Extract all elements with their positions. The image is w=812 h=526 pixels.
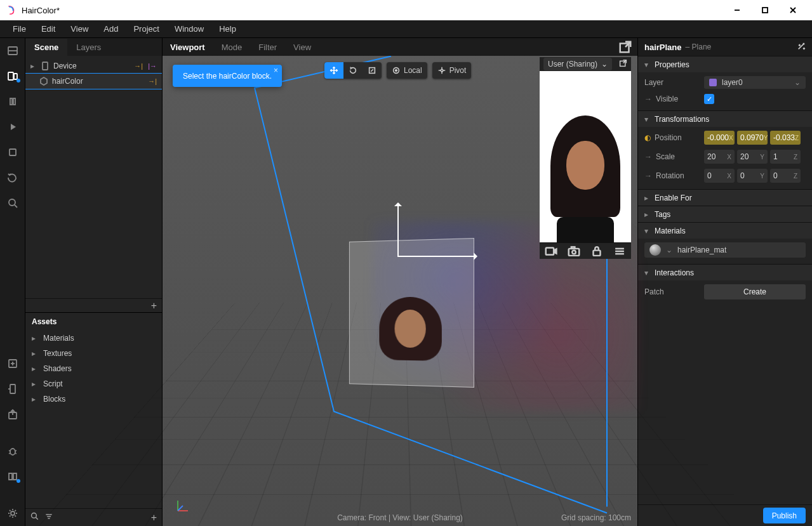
minimize-button[interactable] xyxy=(723,1,751,20)
section-transformations[interactable]: ▾Transformations xyxy=(638,110,812,127)
tab-scene[interactable]: Scene xyxy=(25,39,67,56)
preview-lock-icon[interactable] xyxy=(590,244,604,258)
section-title: Transformations xyxy=(655,115,709,124)
patch-label: Patch xyxy=(644,287,699,296)
tab-layers[interactable]: Layers xyxy=(67,39,110,56)
rail-refresh-icon[interactable] xyxy=(3,168,23,188)
row-action-icon[interactable]: |→ xyxy=(148,62,157,70)
status-grid-text: Grid spacing: 100cm xyxy=(561,513,631,522)
scale-z-input[interactable]: 1Z xyxy=(770,150,801,164)
rail-add-icon[interactable] xyxy=(3,353,23,374)
rail-settings-icon[interactable] xyxy=(3,503,23,523)
scene-row-device[interactable]: ▸ Device →| |→ xyxy=(25,58,162,74)
inspector-magic-icon[interactable] xyxy=(797,42,806,53)
scene-panel-tabs: Scene Layers xyxy=(25,38,162,56)
section-tags[interactable]: ▸Tags xyxy=(638,206,812,222)
section-interactions[interactable]: ▾Interactions xyxy=(638,264,812,280)
menu-help[interactable]: Help xyxy=(211,22,244,36)
local-toggle-button[interactable]: Local xyxy=(387,62,427,79)
menu-edit[interactable]: Edit xyxy=(34,22,63,36)
assets-row-textures[interactable]: ▸Textures xyxy=(25,346,162,361)
layer-dropdown[interactable]: layer0 ⌄ xyxy=(704,76,806,89)
tool-move-button[interactable] xyxy=(324,62,343,79)
tool-rotate-button[interactable] xyxy=(343,62,363,79)
scene-row-haircolor[interactable]: hairColor →| xyxy=(25,74,162,89)
rail-layout1-icon[interactable] xyxy=(3,41,23,61)
preview-panel: User (Sharing) ⌄ xyxy=(540,57,631,259)
svg-line-60 xyxy=(178,506,183,511)
search-icon[interactable] xyxy=(30,512,39,523)
svg-line-25 xyxy=(15,453,17,454)
rail-library-icon[interactable] xyxy=(3,466,23,487)
assets-row-materials[interactable]: ▸Materials xyxy=(25,331,162,346)
popout-icon[interactable] xyxy=(619,59,627,69)
menu-add[interactable]: Add xyxy=(96,22,126,36)
menu-window[interactable]: Window xyxy=(167,22,211,36)
section-enablefor[interactable]: ▸Enable For xyxy=(638,189,812,206)
section-materials[interactable]: ▾Materials xyxy=(638,222,812,239)
row-action-icon[interactable]: →| xyxy=(134,62,143,70)
create-patch-button[interactable]: Create xyxy=(704,284,806,299)
scale-x-input[interactable]: 20X xyxy=(704,150,735,164)
layer-color-swatch xyxy=(709,79,717,86)
viewport-tab-view[interactable]: View xyxy=(291,40,314,55)
rail-bug-icon[interactable] xyxy=(3,441,23,461)
position-z-input[interactable]: -0.033Z xyxy=(770,131,801,145)
rail-mobile-icon[interactable] xyxy=(3,379,23,399)
add-icon[interactable]: + xyxy=(151,300,157,312)
svg-rect-7 xyxy=(14,74,17,79)
rail-export-icon[interactable] xyxy=(3,404,23,424)
svg-rect-49 xyxy=(546,247,554,254)
preview-camera-icon[interactable] xyxy=(567,244,581,258)
rail-search-icon[interactable] xyxy=(3,193,23,213)
inspector-object-type: – Plane xyxy=(686,43,712,51)
scale-y-input[interactable]: 20Y xyxy=(737,150,768,164)
menu-view[interactable]: View xyxy=(63,22,96,36)
svg-point-26 xyxy=(11,511,15,515)
transform-gizmo[interactable] xyxy=(397,256,399,257)
preview-menu-icon[interactable] xyxy=(613,244,627,258)
material-slot[interactable]: ⌄ hairPlane_mat xyxy=(644,242,806,258)
popout-icon[interactable] xyxy=(618,40,632,54)
scene-row-label: Device xyxy=(53,62,129,70)
position-y-input[interactable]: 0.0970Y xyxy=(737,131,768,145)
maximize-button[interactable] xyxy=(751,1,779,20)
tool-rail xyxy=(0,38,25,526)
position-x-input[interactable]: -0.000X xyxy=(704,131,735,145)
viewport-canvas[interactable]: Local Pivot Select the hairColor block. … xyxy=(163,56,637,526)
app-logo-icon xyxy=(5,4,17,16)
close-button[interactable] xyxy=(779,1,807,20)
menu-project[interactable]: Project xyxy=(126,22,166,36)
preview-mode-dropdown[interactable]: User (Sharing) ⌄ xyxy=(543,58,612,70)
svg-rect-9 xyxy=(13,98,15,105)
section-properties[interactable]: ▾Properties xyxy=(638,56,812,72)
status-camera-text: Camera: Front | View: User (Sharing) xyxy=(337,513,463,522)
tooltip-close-icon[interactable]: × xyxy=(274,66,278,75)
svg-rect-11 xyxy=(10,149,16,155)
rotation-z-input[interactable]: 0Z xyxy=(770,169,801,183)
svg-point-41 xyxy=(396,70,397,72)
assets-row-shaders[interactable]: ▸Shaders xyxy=(25,361,162,376)
rail-devices-icon[interactable] xyxy=(3,66,23,86)
menu-file[interactable]: File xyxy=(5,22,34,36)
axis-origin-icon xyxy=(174,497,192,515)
rail-play-icon[interactable] xyxy=(3,117,23,137)
assets-row-blocks[interactable]: ▸Blocks xyxy=(25,391,162,407)
rail-pause-icon[interactable] xyxy=(3,91,23,112)
assets-row-script[interactable]: ▸Script xyxy=(25,376,162,391)
svg-line-29 xyxy=(36,518,38,520)
row-action-icon[interactable]: →| xyxy=(148,77,157,85)
preview-record-icon[interactable] xyxy=(544,244,558,258)
viewport-tab-viewport[interactable]: Viewport xyxy=(168,40,208,55)
plane-object[interactable] xyxy=(349,238,474,388)
rotation-y-input[interactable]: 0Y xyxy=(737,169,768,183)
pivot-toggle-button[interactable]: Pivot xyxy=(432,62,472,79)
tool-scale-button[interactable] xyxy=(363,62,382,79)
publish-button[interactable]: Publish xyxy=(763,508,806,523)
viewport-tab-filter[interactable]: Filter xyxy=(256,40,279,55)
svg-point-28 xyxy=(32,513,37,518)
rotation-x-input[interactable]: 0X xyxy=(704,169,735,183)
viewport-tab-mode[interactable]: Mode xyxy=(219,40,245,55)
visible-checkbox[interactable]: ✓ xyxy=(704,94,714,104)
rail-stop-icon[interactable] xyxy=(3,142,23,162)
